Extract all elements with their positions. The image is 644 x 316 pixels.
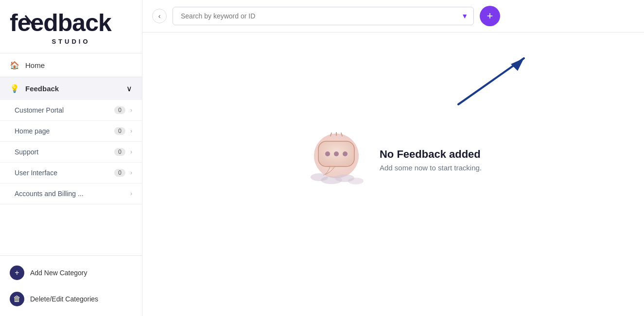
svg-text:feedback: feedback bbox=[10, 9, 112, 34]
sidebar-item-home[interactable]: 🏠 Home bbox=[0, 53, 142, 77]
search-container: ▼ bbox=[173, 7, 474, 25]
home-label: Home bbox=[25, 61, 132, 69]
empty-state: No Feedback added Add some now to start … bbox=[142, 33, 644, 316]
add-category-label: Add New Category bbox=[30, 269, 87, 277]
sub-item-label: User Interface bbox=[15, 169, 109, 177]
sub-item-label: Support bbox=[15, 148, 109, 156]
sub-item-label: Accounts and Billing ... bbox=[15, 190, 125, 198]
sub-item-customer-portal[interactable]: Customer Portal 0 › bbox=[0, 100, 142, 121]
feedback-section: 💡 Feedback ∨ bbox=[0, 77, 142, 100]
sub-item-label: Customer Portal bbox=[15, 106, 109, 114]
svg-point-7 bbox=[334, 151, 339, 156]
logo-area: feedback STUDIO bbox=[0, 0, 142, 53]
sub-item-badge: 0 bbox=[114, 106, 125, 114]
empty-subtitle: Add some now to start tracking. bbox=[380, 164, 482, 172]
chevron-right-icon: › bbox=[130, 128, 132, 134]
add-category-button[interactable]: + Add New Category bbox=[0, 260, 142, 286]
feedback-icon: 💡 bbox=[10, 84, 19, 93]
delete-categories-icon: 🗑 bbox=[10, 292, 24, 306]
chevron-right-icon: › bbox=[130, 149, 132, 155]
topbar: ‹ ▼ + bbox=[142, 0, 644, 33]
sub-item-badge: 0 bbox=[114, 148, 125, 156]
svg-point-6 bbox=[325, 151, 330, 156]
svg-point-8 bbox=[343, 151, 348, 156]
logo-svg: feedback bbox=[10, 9, 117, 34]
sidebar: feedback STUDIO 🏠 Home 💡 Feedback ∨ Cust… bbox=[0, 0, 142, 316]
delete-categories-button[interactable]: 🗑 Delete/Edit Categories bbox=[0, 286, 142, 312]
sub-item-accounts-billing[interactable]: Accounts and Billing ... › bbox=[0, 183, 142, 204]
chevron-right-icon: › bbox=[130, 169, 132, 176]
empty-title: No Feedback added bbox=[380, 148, 482, 161]
sub-items-list: Customer Portal 0 › Home page 0 › Suppor… bbox=[0, 100, 142, 204]
sub-item-user-interface[interactable]: User Interface 0 › bbox=[0, 163, 142, 183]
sub-item-badge: 0 bbox=[114, 127, 125, 135]
chevron-right-icon: › bbox=[130, 190, 132, 197]
delete-categories-label: Delete/Edit Categories bbox=[30, 295, 98, 303]
home-icon: 🏠 bbox=[10, 60, 19, 70]
feedback-chevron-icon: ∨ bbox=[126, 84, 132, 93]
sub-item-home-page[interactable]: Home page 0 › bbox=[0, 121, 142, 142]
add-icon: + bbox=[487, 10, 493, 22]
feedback-header[interactable]: 💡 Feedback ∨ bbox=[0, 77, 142, 100]
logo-subtitle: STUDIO bbox=[10, 38, 132, 45]
sub-item-support[interactable]: Support 0 › bbox=[0, 142, 142, 163]
sub-item-badge: 0 bbox=[114, 169, 125, 177]
search-input[interactable] bbox=[173, 7, 474, 25]
svg-point-12 bbox=[348, 178, 364, 184]
empty-text: No Feedback added Add some now to start … bbox=[380, 148, 482, 172]
empty-state-row: No Feedback added Add some now to start … bbox=[305, 131, 482, 189]
chevron-right-icon: › bbox=[130, 107, 132, 114]
add-feedback-button[interactable]: + bbox=[480, 6, 500, 26]
logo-text: feedback bbox=[10, 9, 132, 37]
search-dropdown-icon: ▼ bbox=[461, 12, 468, 20]
empty-illustration bbox=[305, 131, 368, 189]
sub-item-label: Home page bbox=[15, 127, 109, 135]
main-content: ‹ ▼ + bbox=[142, 0, 644, 316]
bottom-actions: + Add New Category 🗑 Delete/Edit Categor… bbox=[0, 255, 142, 316]
collapse-sidebar-button[interactable]: ‹ bbox=[152, 9, 167, 23]
feedback-label: Feedback bbox=[25, 84, 121, 93]
add-category-icon: + bbox=[10, 266, 24, 280]
collapse-icon: ‹ bbox=[158, 12, 161, 20]
